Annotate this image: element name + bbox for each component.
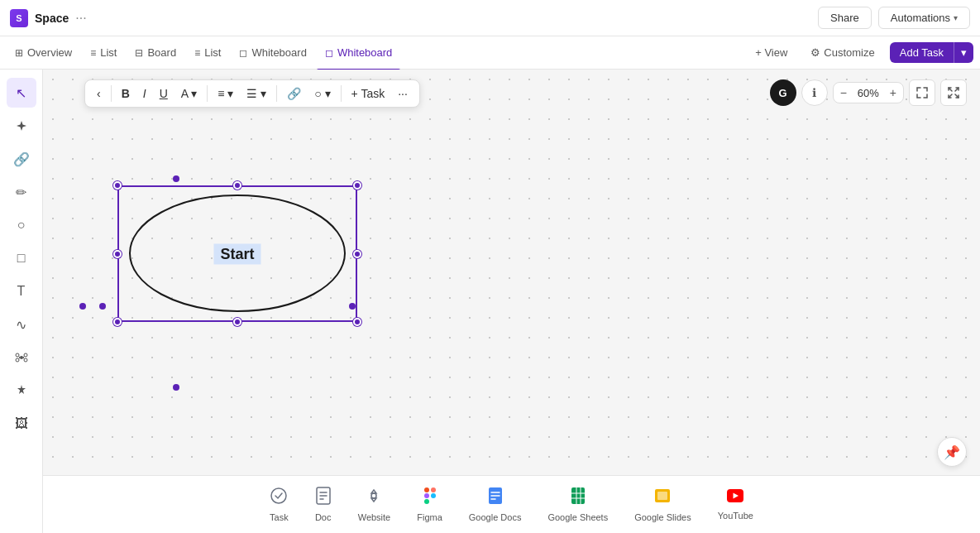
toolbar-align-button[interactable]: ≡ ▾ bbox=[213, 84, 238, 103]
sidebar-tool-note[interactable]: □ bbox=[7, 243, 36, 273]
tab-list1[interactable]: ≡ List bbox=[82, 41, 125, 64]
svg-point-0 bbox=[20, 356, 23, 359]
task-label: Task bbox=[270, 512, 289, 522]
float-dot-left-inner bbox=[99, 303, 106, 310]
tab-whiteboard2-label: Whiteboard bbox=[337, 46, 392, 59]
add-task-label: Add Task bbox=[890, 42, 954, 63]
google-sheets-label: Google Sheets bbox=[547, 512, 608, 522]
info-button[interactable]: ℹ bbox=[801, 79, 828, 106]
google-docs-icon bbox=[488, 487, 503, 509]
header-right: Share Automations ▾ bbox=[818, 7, 970, 29]
bottom-item-task[interactable]: Task bbox=[270, 487, 289, 522]
sidebar-tool-draw[interactable]: ∿ bbox=[7, 310, 36, 339]
separator2 bbox=[207, 85, 208, 102]
sidebar-tool-ai[interactable] bbox=[7, 376, 36, 406]
svg-rect-16 bbox=[424, 487, 429, 492]
sidebar-tool-link[interactable]: 🔗 bbox=[7, 144, 36, 174]
add-task-arrow-icon[interactable]: ▾ bbox=[954, 42, 973, 63]
sidebar-tool-circle[interactable]: ○ bbox=[7, 210, 36, 240]
tab-whiteboard1[interactable]: ◻ Whiteboard bbox=[231, 41, 314, 64]
automations-label: Automations bbox=[891, 12, 950, 24]
zoom-controls: G ℹ − 60% + bbox=[770, 79, 967, 106]
top-header: S Space ··· Share Automations ▾ bbox=[0, 0, 980, 36]
bottom-item-doc[interactable]: Doc bbox=[315, 487, 332, 522]
svg-line-5 bbox=[18, 357, 19, 358]
tab-overview[interactable]: ⊞ Overview bbox=[7, 41, 80, 64]
bottom-item-website[interactable]: Website bbox=[358, 487, 391, 522]
sidebar-tool-text[interactable]: T bbox=[7, 276, 36, 306]
svg-line-6 bbox=[23, 357, 24, 358]
zoom-out-icon[interactable]: − bbox=[840, 86, 847, 99]
handle-bottom-right[interactable] bbox=[353, 318, 361, 326]
fit-view-button[interactable] bbox=[909, 79, 935, 106]
customize-button[interactable]: ⚙ Customize bbox=[802, 42, 882, 63]
add-view-button[interactable]: + View bbox=[747, 42, 796, 63]
zoom-in-icon[interactable]: + bbox=[890, 86, 896, 99]
svg-rect-31 bbox=[657, 492, 667, 500]
separator3 bbox=[276, 85, 277, 102]
sidebar-tool-pen[interactable]: ✏ bbox=[7, 177, 36, 207]
toolbar-more-button[interactable]: ··· bbox=[393, 84, 413, 103]
handle-bottom-mid[interactable] bbox=[233, 318, 241, 326]
tab-board[interactable]: ⊟ Board bbox=[127, 41, 184, 64]
svg-point-10 bbox=[271, 488, 286, 503]
svg-rect-19 bbox=[424, 499, 429, 504]
figma-label: Figma bbox=[417, 512, 442, 522]
space-name: Space bbox=[35, 12, 69, 25]
handle-top-right[interactable] bbox=[353, 181, 361, 190]
doc-icon bbox=[315, 487, 332, 509]
tab-whiteboard1-label: Whiteboard bbox=[251, 46, 306, 59]
bottom-item-google-docs[interactable]: Google Docs bbox=[469, 487, 522, 522]
zoom-level: 60% bbox=[853, 87, 883, 99]
board-icon: ⊟ bbox=[135, 47, 143, 59]
tab-board-label: Board bbox=[147, 46, 176, 59]
bottom-item-youtube[interactable]: YouTube bbox=[718, 488, 753, 521]
toolbar-bold-button[interactable]: B bbox=[117, 84, 135, 103]
google-sheets-icon bbox=[571, 487, 586, 509]
fullscreen-button[interactable] bbox=[940, 79, 967, 106]
svg-rect-25 bbox=[571, 487, 585, 504]
handle-mid-right[interactable] bbox=[353, 250, 361, 258]
separator1 bbox=[111, 85, 112, 102]
toolbar-list-button[interactable]: ☰ ▾ bbox=[241, 84, 271, 103]
sidebar-tool-magic[interactable] bbox=[7, 111, 36, 141]
space-more-icon[interactable]: ··· bbox=[75, 11, 86, 26]
tab-whiteboard2[interactable]: ◻ Whiteboard bbox=[317, 41, 400, 64]
google-slides-label: Google Slides bbox=[634, 512, 691, 522]
bottom-item-figma[interactable]: Figma bbox=[417, 487, 442, 522]
google-docs-label: Google Docs bbox=[469, 512, 522, 522]
toolbar-link-button[interactable]: 🔗 bbox=[282, 84, 306, 103]
tab-list2[interactable]: ≡ List bbox=[186, 41, 229, 64]
bottom-item-google-slides[interactable]: Google Slides bbox=[634, 487, 691, 522]
tab-overview-label: Overview bbox=[27, 46, 72, 59]
automations-button[interactable]: Automations ▾ bbox=[878, 7, 970, 29]
pin-button[interactable]: 📌 bbox=[937, 437, 967, 467]
sidebar-tool-select[interactable]: ↖ bbox=[7, 78, 36, 108]
svg-point-3 bbox=[16, 358, 19, 362]
shape-container[interactable]: Start bbox=[117, 185, 357, 322]
sidebar-tool-network[interactable] bbox=[7, 343, 36, 372]
whiteboard2-icon: ◻ bbox=[325, 47, 333, 59]
toolbar-shape-button[interactable]: ○ ▾ bbox=[309, 84, 335, 103]
whiteboard-canvas[interactable]: ‹ B I U A ▾ ≡ ▾ ☰ ▾ 🔗 ○ ▾ + Task ··· G ℹ… bbox=[43, 70, 980, 533]
float-dot-left-outer bbox=[79, 303, 86, 310]
svg-point-4 bbox=[24, 358, 27, 362]
handle-mid-left[interactable] bbox=[113, 250, 122, 258]
youtube-label: YouTube bbox=[718, 511, 753, 521]
handle-top-mid[interactable] bbox=[233, 181, 241, 190]
handle-bottom-left[interactable] bbox=[113, 318, 122, 326]
svg-line-8 bbox=[23, 358, 24, 359]
svg-point-15 bbox=[371, 493, 376, 498]
toolbar-task-button[interactable]: + Task bbox=[347, 84, 390, 103]
toolbar-arrow-btn[interactable]: ‹ bbox=[92, 84, 106, 103]
sidebar-tool-image[interactable]: 🖼 bbox=[7, 409, 36, 439]
toolbar-font-button[interactable]: A ▾ bbox=[176, 84, 202, 103]
handle-top-left[interactable] bbox=[113, 181, 122, 190]
header-left: S Space ··· bbox=[10, 9, 87, 27]
share-button[interactable]: Share bbox=[818, 7, 872, 29]
bottom-item-google-sheets[interactable]: Google Sheets bbox=[547, 487, 608, 522]
add-task-button[interactable]: Add Task ▾ bbox=[890, 42, 973, 63]
svg-rect-18 bbox=[424, 493, 429, 498]
toolbar-underline-button[interactable]: U bbox=[155, 84, 173, 103]
toolbar-italic-button[interactable]: I bbox=[138, 84, 151, 103]
